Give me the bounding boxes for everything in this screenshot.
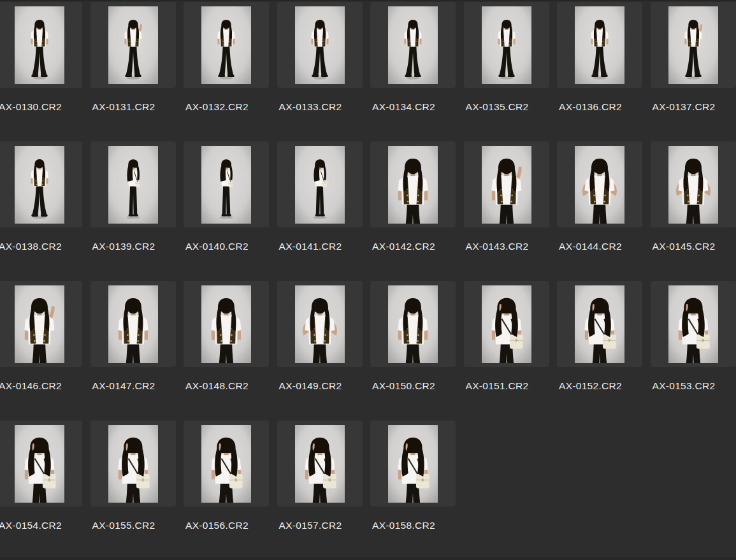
photo-preview xyxy=(108,425,158,503)
photo-preview xyxy=(575,285,624,363)
photo-thumbnail[interactable] xyxy=(464,281,549,367)
photo-thumbnail[interactable] xyxy=(370,281,456,367)
thumbnail-filename: AX-0155.CR2 xyxy=(90,520,176,531)
photo-thumbnail[interactable] xyxy=(370,2,456,88)
thumbnail-grid: AX-0130.CR2AX-0131.CR2AX-0132.CR2AX-0133… xyxy=(0,0,736,560)
grid-item: AX-0141.CR2 xyxy=(277,141,363,281)
thumbnail-filename: AX-0149.CR2 xyxy=(277,380,363,392)
photo-thumbnail[interactable] xyxy=(557,141,642,227)
photo-preview xyxy=(15,285,64,363)
thumbnail-filename: AX-0153.CR2 xyxy=(651,380,736,392)
photo-thumbnail[interactable] xyxy=(90,420,176,506)
photo-preview xyxy=(201,425,251,503)
thumbnail-filename: AX-0136.CR2 xyxy=(557,101,642,113)
grid-item: AX-0143.CR2 xyxy=(464,141,549,281)
grid-item: AX-0136.CR2 xyxy=(557,2,642,141)
photo-preview xyxy=(201,6,251,84)
photo-preview xyxy=(295,425,345,503)
photo-thumbnail[interactable] xyxy=(184,141,269,227)
thumbnail-filename: AX-0150.CR2 xyxy=(370,380,456,392)
photo-thumbnail[interactable] xyxy=(557,2,642,88)
photo-preview xyxy=(295,6,345,84)
photo-thumbnail[interactable] xyxy=(277,420,363,506)
photo-preview xyxy=(108,285,158,363)
grid-item: AX-0142.CR2 xyxy=(370,141,456,281)
grid-item: AX-0130.CR2 xyxy=(0,2,82,141)
photo-thumbnail[interactable] xyxy=(184,281,269,367)
thumbnail-filename: AX-0146.CR2 xyxy=(0,380,82,392)
photo-preview xyxy=(108,146,158,224)
thumbnail-filename: AX-0130.CR2 xyxy=(0,101,82,113)
photo-preview xyxy=(201,146,251,224)
thumbnail-filename: AX-0142.CR2 xyxy=(370,241,456,252)
photo-preview xyxy=(295,285,345,363)
grid-item: AX-0148.CR2 xyxy=(184,281,269,420)
photo-thumbnail[interactable] xyxy=(184,420,269,506)
photo-thumbnail[interactable] xyxy=(0,2,82,88)
photo-thumbnail[interactable] xyxy=(651,2,736,88)
photo-preview xyxy=(482,6,531,84)
thumbnail-filename: AX-0145.CR2 xyxy=(651,241,736,252)
photo-thumbnail[interactable] xyxy=(277,141,363,227)
grid-item: AX-0152.CR2 xyxy=(557,281,642,420)
photo-thumbnail[interactable] xyxy=(464,141,549,227)
photo-preview xyxy=(201,285,251,363)
photo-thumbnail[interactable] xyxy=(184,2,269,88)
thumbnail-filename: AX-0133.CR2 xyxy=(277,101,363,113)
photo-thumbnail[interactable] xyxy=(557,281,642,367)
thumbnail-filename: AX-0141.CR2 xyxy=(277,241,363,252)
photo-preview xyxy=(388,6,438,84)
photo-thumbnail[interactable] xyxy=(370,420,456,506)
grid-item: AX-0138.CR2 xyxy=(0,141,82,281)
grid-item: AX-0131.CR2 xyxy=(90,2,176,141)
photo-thumbnail[interactable] xyxy=(90,141,176,227)
thumbnail-filename: AX-0140.CR2 xyxy=(184,241,269,252)
grid-item: AX-0144.CR2 xyxy=(557,141,642,281)
photo-thumbnail[interactable] xyxy=(0,420,82,506)
thumbnail-filename: AX-0134.CR2 xyxy=(370,101,456,113)
thumbnail-filename: AX-0152.CR2 xyxy=(557,380,642,392)
photo-preview xyxy=(15,146,64,224)
photo-preview xyxy=(482,285,531,363)
grid-item: AX-0153.CR2 xyxy=(651,281,736,420)
grid-item: AX-0154.CR2 xyxy=(0,420,82,560)
grid-item: AX-0134.CR2 xyxy=(370,2,456,141)
grid-item: AX-0147.CR2 xyxy=(90,281,176,420)
photo-preview xyxy=(668,285,718,363)
photo-thumbnail[interactable] xyxy=(651,281,736,367)
photo-preview xyxy=(482,146,531,224)
thumbnail-filename: AX-0144.CR2 xyxy=(557,241,642,252)
thumbnail-filename: AX-0156.CR2 xyxy=(184,520,269,531)
photo-thumbnail[interactable] xyxy=(464,2,549,88)
photo-thumbnail[interactable] xyxy=(277,281,363,367)
photo-browser-window: { "app": { "background_color": "#2d2d2d"… xyxy=(0,0,736,560)
thumbnail-filename: AX-0139.CR2 xyxy=(90,241,176,252)
photo-preview xyxy=(15,425,64,503)
grid-item: AX-0139.CR2 xyxy=(90,141,176,281)
photo-preview xyxy=(295,146,345,224)
grid-item: AX-0132.CR2 xyxy=(184,2,269,141)
photo-thumbnail[interactable] xyxy=(0,141,82,227)
photo-thumbnail[interactable] xyxy=(90,2,176,88)
grid-item: AX-0145.CR2 xyxy=(651,141,736,281)
photo-thumbnail[interactable] xyxy=(277,2,363,88)
photo-thumbnail[interactable] xyxy=(651,141,736,227)
grid-item: AX-0150.CR2 xyxy=(370,281,456,420)
thumbnail-filename: AX-0137.CR2 xyxy=(651,101,736,113)
photo-preview xyxy=(668,146,718,224)
thumbnail-filename: AX-0138.CR2 xyxy=(0,241,82,252)
grid-item: AX-0140.CR2 xyxy=(184,141,269,281)
grid-item: AX-0158.CR2 xyxy=(370,420,456,560)
thumbnail-filename: AX-0143.CR2 xyxy=(464,241,549,252)
thumbnail-filename: AX-0147.CR2 xyxy=(90,380,176,392)
grid-item: AX-0135.CR2 xyxy=(464,2,549,141)
thumbnail-filename: AX-0132.CR2 xyxy=(184,101,269,113)
grid-item: AX-0146.CR2 xyxy=(0,281,82,420)
photo-preview xyxy=(15,6,64,84)
window-bottom-edge xyxy=(0,557,736,560)
thumbnail-filename: AX-0154.CR2 xyxy=(0,520,82,531)
photo-preview xyxy=(388,285,438,363)
photo-thumbnail[interactable] xyxy=(0,281,82,367)
photo-thumbnail[interactable] xyxy=(370,141,456,227)
photo-thumbnail[interactable] xyxy=(90,281,176,367)
